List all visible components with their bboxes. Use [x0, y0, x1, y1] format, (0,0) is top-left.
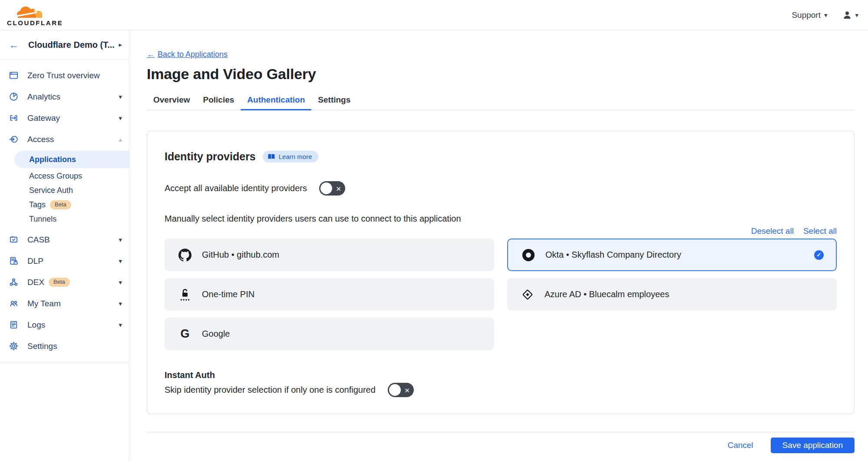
- sidebar-item-label: DEX: [27, 278, 44, 287]
- sidebar-item-access-groups[interactable]: Access Groups: [0, 169, 129, 183]
- provider-tile-github[interactable]: GitHub • github.com: [165, 239, 494, 271]
- footer-actions: Cancel Save application: [147, 438, 855, 453]
- toggle-knob: [389, 384, 401, 396]
- footer-divider: [147, 432, 855, 432]
- network-icon: [8, 277, 19, 288]
- chevron-up-icon: ▴: [119, 136, 122, 143]
- access-sub-list: Applications Access Groups Service Auth …: [0, 151, 129, 229]
- provider-grid: GitHub • github.com Okta • Skyflash Comp…: [165, 239, 837, 350]
- sidebar-item-label: Access Groups: [29, 172, 82, 181]
- sidebar-item-label: Applications: [29, 155, 76, 164]
- page-title: Image and Video Gallery: [147, 66, 855, 83]
- sidebar-item-label: Analytics: [27, 92, 60, 102]
- pie-chart-icon: [8, 92, 19, 102]
- user-menu[interactable]: ▾: [842, 10, 858, 20]
- selected-check-icon: ✓: [814, 250, 824, 260]
- sidebar: ← Cloudflare Demo (T... ▸ Zero Trust ove…: [0, 30, 129, 461]
- sidebar-item-settings[interactable]: Settings: [0, 335, 129, 357]
- sidebar-item-label: DLP: [27, 256, 43, 266]
- sidebar-item-my-team[interactable]: My Team ▾: [0, 293, 129, 314]
- sidebar-item-label: Settings: [27, 342, 57, 351]
- browser-window-icon: [8, 70, 19, 81]
- sidebar-item-dlp[interactable]: DLP ▾: [0, 250, 129, 272]
- tab-policies[interactable]: Policies: [197, 95, 241, 110]
- identity-providers-card: Identity providers Learn more Accept all…: [147, 131, 855, 414]
- instant-auth-toggle[interactable]: ✕: [388, 383, 414, 397]
- provider-tile-azure-ad[interactable]: Azure AD • Bluecalm employees: [507, 278, 837, 311]
- login-arrow-icon: [8, 134, 19, 145]
- sidebar-nav: Zero Trust overview Analytics ▾ Gateway: [0, 60, 129, 362]
- back-arrow-icon[interactable]: ←: [9, 40, 19, 50]
- tab-settings[interactable]: Settings: [311, 95, 357, 110]
- book-icon: [267, 153, 275, 160]
- back-to-applications-link[interactable]: ← Back to Applications: [147, 50, 228, 59]
- topbar-right: Support ▾ ▾: [792, 10, 858, 20]
- sidebar-item-label: Access: [27, 135, 54, 144]
- account-switcher[interactable]: ← Cloudflare Demo (T... ▸: [0, 30, 129, 60]
- instant-auth-heading: Instant Auth: [165, 370, 837, 380]
- sidebar-item-label: Gateway: [27, 113, 60, 123]
- cloudflare-logo[interactable]: CLOUDFLARE: [7, 4, 72, 27]
- provider-tile-google[interactable]: G Google: [165, 318, 494, 350]
- learn-more-label: Learn more: [279, 153, 312, 160]
- sidebar-item-tags[interactable]: Tags Beta: [0, 198, 129, 212]
- chevron-right-icon[interactable]: ▸: [119, 41, 122, 49]
- support-label: Support: [792, 10, 821, 20]
- tab-overview[interactable]: Overview: [147, 95, 197, 110]
- deselect-all-link[interactable]: Deselect all: [751, 226, 794, 236]
- chevron-down-icon: ▾: [855, 12, 858, 18]
- cloudflare-wordmark: CLOUDFLARE: [7, 19, 63, 27]
- select-all-link[interactable]: Select all: [803, 226, 837, 236]
- chevron-down-icon: ▾: [119, 322, 122, 328]
- cloudflare-cloud-icon: [10, 4, 50, 20]
- google-icon: G: [178, 328, 192, 340]
- manual-select-text: Manually select identity providers users…: [165, 214, 837, 224]
- back-link-label: Back to Applications: [158, 50, 228, 59]
- provider-tile-okta[interactable]: Okta • Skyflash Company Directory ✓: [507, 239, 837, 271]
- sidebar-item-access[interactable]: Access ▴: [0, 129, 129, 150]
- list-icon: [8, 320, 19, 330]
- sidebar-item-applications[interactable]: Applications: [14, 151, 129, 168]
- sidebar-item-label: Service Auth: [29, 186, 73, 195]
- okta-icon: [521, 249, 536, 262]
- topbar: CLOUDFLARE Support ▾ ▾: [0, 0, 868, 30]
- toggle-x-icon: ✕: [404, 387, 410, 393]
- sidebar-item-logs[interactable]: Logs ▾: [0, 314, 129, 335]
- people-icon: [8, 298, 19, 309]
- chevron-down-icon: ▾: [119, 93, 122, 100]
- sidebar-item-service-auth[interactable]: Service Auth: [0, 183, 129, 198]
- sidebar-item-analytics[interactable]: Analytics ▾: [0, 86, 129, 107]
- chevron-down-icon: ▾: [119, 300, 122, 307]
- card-heading: Identity providers: [165, 150, 256, 163]
- user-icon: [842, 10, 852, 20]
- toggle-knob: [320, 182, 332, 194]
- provider-tile-one-time-pin[interactable]: One-time PIN: [165, 278, 494, 311]
- sidebar-item-zero-trust-overview[interactable]: Zero Trust overview: [0, 65, 129, 86]
- sidebar-item-tunnels[interactable]: Tunnels: [0, 212, 129, 226]
- sidebar-item-label: Logs: [27, 320, 45, 330]
- github-icon: [178, 249, 192, 262]
- provider-label: GitHub • github.com: [202, 250, 279, 260]
- sidebar-item-dex[interactable]: DEX Beta ▾: [0, 272, 129, 293]
- gateway-icon: [8, 113, 19, 123]
- chevron-down-icon: ▾: [119, 115, 122, 121]
- support-menu[interactable]: Support ▾: [792, 10, 827, 20]
- cancel-button[interactable]: Cancel: [727, 441, 753, 450]
- learn-more-badge[interactable]: Learn more: [263, 151, 319, 163]
- sidebar-item-casb[interactable]: CASB ▾: [0, 229, 129, 250]
- accept-all-toggle[interactable]: ✕: [319, 181, 345, 196]
- gear-icon: [8, 341, 19, 352]
- save-application-button[interactable]: Save application: [771, 438, 855, 453]
- sidebar-divider: [0, 362, 129, 362]
- zero-trust-dashboard: CLOUDFLARE Support ▾ ▾ ← Cloudflare Demo…: [0, 0, 868, 461]
- document-lock-icon: [8, 256, 19, 266]
- accept-all-label: Accept all available identity providers: [165, 183, 307, 193]
- sidebar-item-label: Tunnels: [29, 215, 56, 224]
- tab-authentication[interactable]: Authentication: [241, 95, 311, 110]
- sidebar-item-gateway[interactable]: Gateway ▾: [0, 107, 129, 129]
- toggle-x-icon: ✕: [336, 185, 341, 192]
- chevron-down-icon: ▾: [119, 258, 122, 264]
- sidebar-item-label: My Team: [27, 299, 61, 308]
- provider-label: Okta • Skyflash Company Directory: [545, 250, 681, 260]
- provider-label: Google: [202, 329, 230, 339]
